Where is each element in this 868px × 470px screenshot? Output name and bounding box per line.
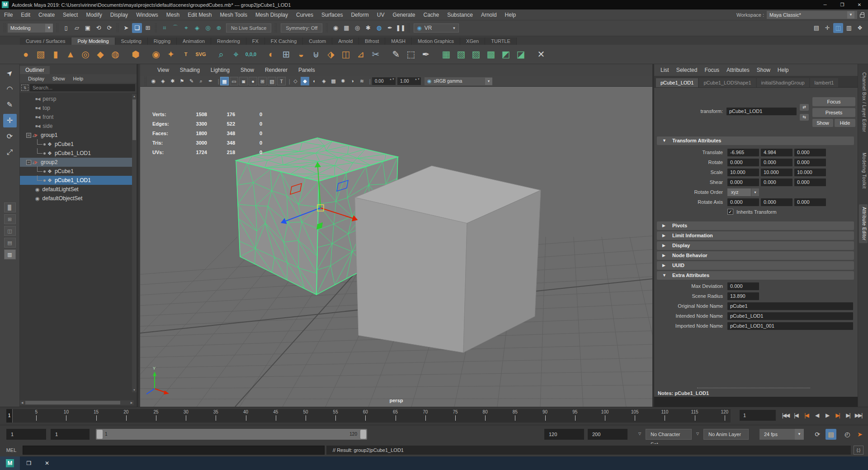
scrollbar-thumb[interactable] [25,401,120,404]
chevron-down-icon[interactable]: ▼ [452,26,456,30]
pan-zoom-icon[interactable]: ⌕ [197,77,205,85]
layout-single[interactable]: ▉ [4,202,16,212]
menu-edit-mesh[interactable]: Edit Mesh [184,12,216,18]
separate-icon[interactable]: ⊞ [279,47,293,61]
attr-tab-pcube1-lod1[interactable]: pCube1_LOD1 [656,78,698,87]
star-icon[interactable]: ✦ [164,47,178,61]
chevron-down-icon[interactable]: ▼ [45,24,53,32]
extrude-icon[interactable]: ⊿ [354,47,368,61]
spinner-icon[interactable]: ▲▼ [389,78,395,81]
render-settings-icon[interactable]: ✱ [363,23,373,33]
poly-plane-icon[interactable]: ◆ [94,47,107,61]
animation-start-field[interactable]: 1 [6,429,46,440]
attr-field-scale-2[interactable]: 10.000 [794,169,826,176]
menu-mesh-tools[interactable]: Mesh Tools [216,12,251,18]
attr-field-translate-0[interactable]: -6.965 [727,149,759,156]
save-scene-icon[interactable]: ▣ [83,23,93,33]
layout-four-view[interactable]: ⊞ [4,214,16,224]
smooth-shade-icon[interactable]: ◆ [301,77,309,85]
lasso-tool[interactable]: ◠ [3,82,17,96]
attr-menu-list[interactable]: List [657,67,673,73]
field-chart-icon[interactable]: ⊞ [258,77,267,85]
section-grip[interactable] [326,23,329,33]
section-limit-information[interactable]: Limit Information▶ [657,231,854,240]
shelf-tab-curves-surfaces[interactable]: Curves / Surfaces [20,38,71,45]
select-object-icon[interactable]: ❏ [132,23,142,33]
chevron-down-icon[interactable]: ▼ [795,429,804,440]
attr-menu-focus[interactable]: Focus [701,67,723,73]
attr-menu-show[interactable]: Show [753,67,774,73]
camera-settings-icon[interactable]: ✱ [168,77,177,85]
attr-tab-initialshadinggroup[interactable]: initialShadingGroup [757,78,809,87]
live-surface-field[interactable]: No Live Surface [226,24,271,33]
show-button[interactable]: Show [812,119,833,127]
outliner-menu-help[interactable]: Help [70,76,87,81]
step-forward-frame-button[interactable]: ▶| [843,412,853,418]
bridge-icon[interactable]: ◫ [339,47,353,61]
shelf-tab-mash[interactable]: MASH [385,38,412,45]
playback-end-field[interactable]: 120 [544,429,584,440]
section-display[interactable]: Display▶ [657,241,854,250]
focus-button[interactable]: Focus [812,97,855,106]
pencil-icon[interactable]: ✎ [389,47,403,61]
shelf-tab-fx-caching[interactable]: FX Caching [265,38,303,45]
outliner-item-defaultobjectset[interactable]: ◉defaultObjectSet [20,194,134,203]
snap-align-icon[interactable]: ⌖ [229,47,243,61]
image-plane-icon[interactable]: ▧ [268,77,276,85]
taskbar-window-icon[interactable]: ❒ [20,460,38,466]
quad-draw-icon[interactable]: ⬚ [404,47,418,61]
poly-cone-icon[interactable]: ▲ [64,47,77,61]
taskbar-close-icon[interactable]: ✕ [38,460,56,466]
menu-windows[interactable]: Windows [132,12,162,18]
outliner-item-pcube1-2[interactable]: ❖pCube1 [20,167,134,176]
menu-generate[interactable]: Generate [388,12,419,18]
anim-layer-dropdown[interactable]: No Anim Layer [703,429,749,440]
render-view-icon[interactable]: ◉ [330,23,340,33]
section-pivots[interactable]: Pivots▶ [657,221,854,230]
rotate-tool[interactable]: ⟳ [3,130,17,143]
scrollbar-thumb[interactable] [132,99,136,140]
menu-edit[interactable]: Edit [17,12,34,18]
redo-icon[interactable]: ⟳ [104,23,114,33]
quill-icon[interactable]: ✒ [206,77,215,85]
sphere-plus-icon[interactable]: ◉ [149,47,163,61]
outliner-menu-display[interactable]: Display [24,76,48,81]
viewport-menu-shading[interactable]: Shading [175,67,204,73]
ao-icon[interactable]: ≋ [358,77,366,85]
filter-icon[interactable]: ⇅ [21,85,28,91]
attr-field-translate-1[interactable]: 4.984 [761,149,793,156]
shelf-tab-rigging[interactable]: Rigging [148,38,177,45]
pause-icon[interactable]: ❚❚ [396,23,406,33]
section-grip[interactable] [116,23,119,33]
attr-field-rotate-2[interactable]: 0.000 [794,159,826,166]
swap-node-icon[interactable]: ⇆ [800,114,809,121]
section-uuid[interactable]: UUID▶ [657,261,854,270]
resolution-gate-icon[interactable]: ◙ [239,77,248,85]
layout-current[interactable]: ▥ [4,249,16,259]
maximize-button[interactable]: ❐ [834,2,851,7]
snap-magnify-icon[interactable]: ⌕ [214,47,228,61]
poly-sphere-icon[interactable]: ● [19,47,33,61]
range-slider-groove[interactable]: 1 120 [96,429,367,440]
transform-name-field[interactable]: pCube1_LOD1 [726,108,797,115]
symmetry-field[interactable]: Symmetry: Off [281,24,322,33]
outliner-item-group1[interactable]: −➤group1 [20,131,134,140]
step-forward-key-button[interactable]: ▶| [832,412,843,418]
multicut-icon[interactable]: ✂ [369,47,382,61]
outliner-horizontal-scrollbar[interactable]: ◀ ▶ [20,400,134,405]
section-grip[interactable] [144,76,147,86]
attr-field-scene-radius[interactable]: 13.890 [727,292,759,300]
uv-editor-icon[interactable]: ◪ [514,47,528,61]
menu-create[interactable]: Create [34,12,59,18]
attr-menu-help[interactable]: Help [774,67,793,73]
section-extra-attributes[interactable]: Extra Attributes▼ [657,271,854,280]
range-start-handle[interactable] [97,430,103,439]
attr-field-intended-node-name[interactable]: pCube1_LOD1 [727,312,853,320]
shelf-tab-custom[interactable]: Custom [303,38,332,45]
rotate-order-dropdown[interactable]: xyz▼ [727,188,751,196]
section-grip[interactable] [155,23,158,33]
outliner-item-persp[interactable]: ■◀persp [20,94,134,103]
section-node-behavior[interactable]: Node Behavior▶ [657,251,854,260]
wireframe-on-shaded-icon[interactable]: ◐ [310,77,319,85]
section-grip[interactable] [407,23,410,33]
